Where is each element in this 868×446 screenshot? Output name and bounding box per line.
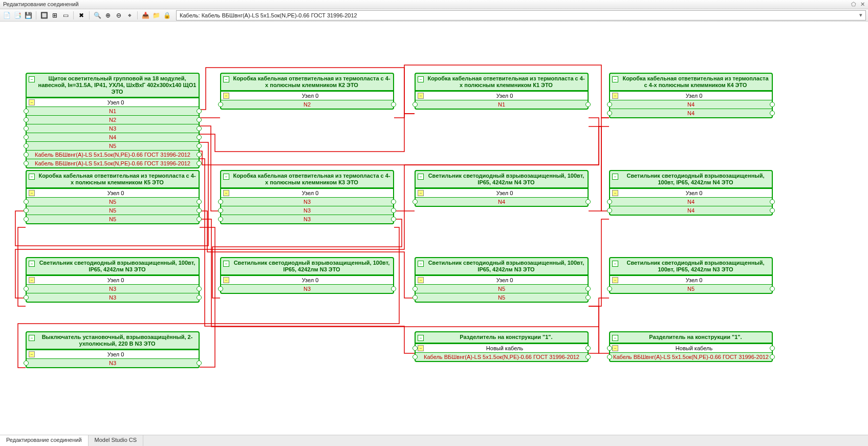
expand-icon[interactable]: −: [612, 277, 618, 283]
expand-icon[interactable]: −: [418, 190, 424, 196]
node-n2[interactable]: −Коробка кабельная ответвительная из тер…: [220, 73, 394, 110]
cable-row[interactable]: Кабель ВБШвнг(А)-LS 5x1.5ок(N,PE)-0.66 Г…: [27, 159, 199, 167]
expand-icon[interactable]: −: [29, 99, 35, 105]
cable-row[interactable]: Кабель ВБШвнг(А)-LS 5x1.5ок(N,PE)-0.66 Г…: [27, 150, 199, 159]
save-button[interactable]: 💾: [24, 11, 33, 20]
pin-row[interactable]: N1: [416, 100, 588, 109]
port[interactable]: [24, 286, 29, 291]
port[interactable]: [607, 346, 612, 351]
expand-icon[interactable]: −: [418, 345, 424, 351]
pin-row[interactable]: N5: [416, 284, 588, 293]
pin-row[interactable]: N4: [610, 197, 772, 206]
port[interactable]: [197, 286, 202, 291]
node-n11[interactable]: −Светильник светодиодный взрывозащищенны…: [415, 257, 589, 303]
tab-modelstudio[interactable]: Model Studio CS: [89, 435, 144, 446]
port[interactable]: [585, 346, 591, 351]
pin-row[interactable]: N4: [610, 109, 772, 117]
port[interactable]: [197, 135, 202, 140]
port[interactable]: [218, 217, 223, 222]
pin-row[interactable]: N5: [416, 293, 588, 302]
diagram-canvas[interactable]: −Щиток осветительный групповой на 18 мод…: [0, 22, 868, 435]
cable-selector[interactable]: Кабель: Кабель ВБШвнг(А)-LS 5x1.5ок(N,PE…: [176, 10, 866, 20]
pin-row[interactable]: N2: [27, 115, 199, 124]
port[interactable]: [24, 143, 29, 148]
pin-row[interactable]: N5: [27, 141, 199, 150]
delete-button[interactable]: ✖: [77, 11, 86, 20]
lock-button[interactable]: 🔒: [162, 11, 171, 20]
port[interactable]: [585, 295, 591, 300]
port[interactable]: [413, 199, 418, 204]
port[interactable]: [391, 199, 396, 204]
node-n7[interactable]: −Светильник светодиодный взрывозащищенны…: [415, 170, 589, 207]
port[interactable]: [391, 208, 396, 213]
port[interactable]: [413, 286, 418, 291]
pin-row[interactable]: N4: [27, 133, 199, 141]
port[interactable]: [607, 199, 612, 204]
port[interactable]: [607, 102, 612, 107]
port[interactable]: [607, 354, 612, 359]
port[interactable]: [197, 295, 202, 300]
node-n3[interactable]: −Коробка кабельная ответвительная из тер…: [415, 73, 589, 110]
zoom-window-button[interactable]: ▭: [61, 11, 70, 20]
port[interactable]: [413, 102, 418, 107]
node-n10[interactable]: −Светильник светодиодный взрывозащищенны…: [220, 257, 394, 294]
port[interactable]: [24, 117, 29, 122]
doc-multi-button[interactable]: 📑: [13, 11, 22, 20]
expand-icon[interactable]: −: [223, 277, 229, 283]
expand-icon[interactable]: −: [223, 93, 229, 99]
pin-row[interactable]: N5: [610, 284, 772, 293]
collapse-icon[interactable]: −: [612, 76, 618, 82]
node-n12[interactable]: −Светильник светодиодный взрывозащищенны…: [609, 257, 773, 294]
port[interactable]: [770, 346, 775, 351]
pin-row[interactable]: N4: [610, 206, 772, 215]
port[interactable]: [391, 217, 396, 222]
collapse-icon[interactable]: −: [612, 335, 618, 341]
collapse-icon[interactable]: −: [418, 174, 424, 180]
expand-icon[interactable]: −: [612, 190, 618, 196]
pin-row[interactable]: N3: [27, 293, 199, 302]
node-n13[interactable]: −Выключатель установочный, взрывозащищён…: [26, 331, 200, 368]
collapse-icon[interactable]: −: [223, 76, 229, 82]
port[interactable]: [770, 354, 775, 359]
expand-icon[interactable]: −: [223, 190, 229, 196]
port[interactable]: [218, 286, 223, 291]
node-n4[interactable]: −Коробка кабельная ответвительная из тер…: [609, 73, 773, 118]
pin-icon[interactable]: ⬠: [851, 1, 856, 8]
port[interactable]: [607, 111, 612, 116]
zoom-in-button[interactable]: ⊕: [103, 11, 113, 20]
collapse-icon[interactable]: −: [418, 335, 424, 341]
port[interactable]: [413, 346, 418, 351]
pin-row[interactable]: N1: [27, 107, 199, 115]
port[interactable]: [197, 109, 202, 114]
port[interactable]: [197, 199, 202, 204]
collapse-icon[interactable]: −: [418, 261, 424, 267]
pin-row[interactable]: N3: [221, 284, 393, 293]
expand-icon[interactable]: −: [29, 351, 35, 357]
cable-row[interactable]: Кабель ВБШвнг(А)-LS 5x1.5ок(N,PE)-0.66 Г…: [610, 352, 772, 361]
port[interactable]: [197, 126, 202, 131]
pin-row[interactable]: N2: [221, 100, 393, 109]
expand-icon[interactable]: −: [612, 345, 618, 351]
node-n14[interactable]: −Разделитель на конструкции "1".−Новый к…: [415, 331, 589, 362]
collapse-icon[interactable]: −: [29, 76, 35, 82]
folder-in-button[interactable]: 📥: [141, 11, 150, 20]
port[interactable]: [585, 354, 591, 359]
node-n5[interactable]: −Коробка кабельная ответвительная из тер…: [26, 170, 200, 224]
pin-row[interactable]: N5: [27, 206, 199, 215]
port[interactable]: [413, 295, 418, 300]
collapse-icon[interactable]: −: [223, 174, 229, 180]
collapse-icon[interactable]: −: [418, 76, 424, 82]
port[interactable]: [585, 286, 591, 291]
port[interactable]: [197, 143, 202, 148]
folder-button[interactable]: 📁: [151, 11, 161, 20]
port[interactable]: [218, 199, 223, 204]
port[interactable]: [197, 117, 202, 122]
port[interactable]: [585, 102, 591, 107]
close-icon[interactable]: ✕: [860, 1, 865, 8]
find-prev-button[interactable]: 🔍: [93, 11, 102, 20]
node-n15[interactable]: −Разделитель на конструкции "1".−Новый к…: [609, 331, 773, 362]
pin-row[interactable]: N3: [27, 124, 199, 133]
port[interactable]: [24, 295, 29, 300]
port[interactable]: [24, 135, 29, 140]
port[interactable]: [413, 354, 418, 359]
